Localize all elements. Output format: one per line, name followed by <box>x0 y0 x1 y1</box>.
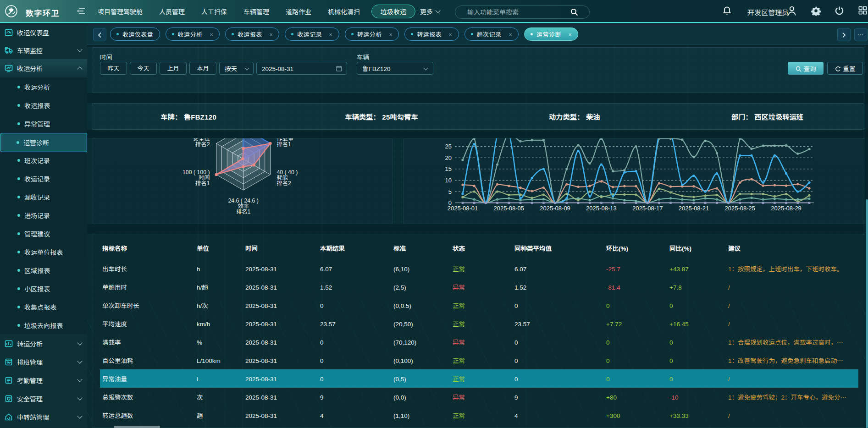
svg-text:排名1: 排名1 <box>195 179 210 187</box>
svg-text:2025-08-29: 2025-08-29 <box>771 203 802 212</box>
svg-text:2025-08-21: 2025-08-21 <box>679 203 709 212</box>
svg-text:5: 5 <box>448 187 452 196</box>
svg-text:排名2: 排名2 <box>195 140 210 148</box>
svg-text:2025-08-13: 2025-08-13 <box>586 203 617 212</box>
svg-text:20: 20 <box>445 153 452 162</box>
svg-text:排名2: 排名2 <box>277 179 292 187</box>
svg-text:2025-08-05: 2025-08-05 <box>494 203 525 212</box>
svg-text:排名1: 排名1 <box>277 140 292 148</box>
svg-text:25: 25 <box>445 142 452 150</box>
svg-text:2025-08-01: 2025-08-01 <box>448 203 478 212</box>
svg-text:15: 15 <box>445 164 452 173</box>
svg-text:2025-08-25: 2025-08-25 <box>725 203 756 212</box>
svg-text:2025-08-17: 2025-08-17 <box>632 203 663 212</box>
svg-text:排名1: 排名1 <box>236 207 251 215</box>
svg-text:10: 10 <box>445 176 452 184</box>
svg-text:2025-08-09: 2025-08-09 <box>540 203 570 212</box>
